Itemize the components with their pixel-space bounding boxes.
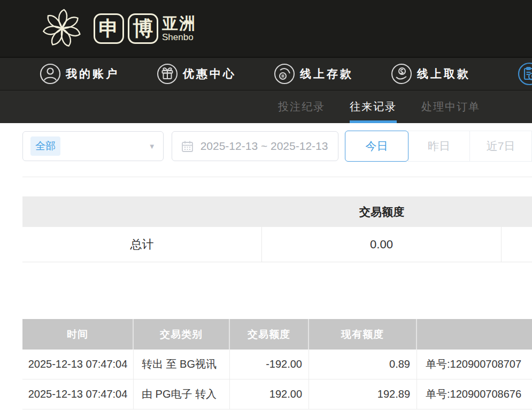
summary-header-amount: 交易额度 [262, 204, 502, 219]
summary-header-row: 交易额度 [22, 196, 532, 227]
cell-time: 2025-12-13 07:47:04 [22, 350, 134, 379]
cell-time: 2025-12-13 07:47:04 [22, 379, 134, 409]
brand-suffix-cn: 亚洲 [162, 16, 196, 32]
tab-label: 投注纪录 [278, 100, 325, 114]
cell-amount: -192.00 [230, 350, 309, 379]
summary-total-label: 总计 [22, 227, 262, 262]
table-row: 2025-12-13 07:47:04 转出 至 BG视讯 -192.00 0.… [22, 350, 532, 379]
transactions-table: 时间 交易类别 交易额度 现有额度 2025-12-13 07:47:04 转出… [22, 319, 532, 409]
brand-char-box-1: 申 [94, 13, 124, 44]
date-range-picker[interactable]: 2025-12-13 ~ 2025-12-13 [172, 131, 338, 161]
today-button[interactable]: 今日 [345, 131, 408, 162]
main-nav: 我的账户 优惠中心 线上存款 线上取款 [0, 57, 532, 90]
nav-label: 线上取款 [417, 66, 471, 81]
summary-total-row: 总计 0.00 [22, 227, 532, 262]
deposit-icon [274, 63, 295, 85]
tab-label: 往来记录 [350, 100, 397, 114]
chevron-down-icon: ▼ [149, 142, 156, 150]
cell-order-no: 单号:120900708676 [417, 379, 532, 409]
nav-item-deposit[interactable]: 线上存款 [274, 63, 353, 85]
transaction-records-icon [518, 62, 532, 86]
col-header-remark [417, 319, 532, 350]
col-header-time: 时间 [22, 319, 134, 350]
quick-range-buttons: 今日 昨日 近7日 [345, 131, 532, 162]
nav-item-transaction-records[interactable] [518, 62, 532, 86]
brand-char-box-2: 博 [128, 13, 158, 44]
gift-icon [157, 63, 178, 85]
flower-logo-icon [34, 4, 90, 53]
cell-type: 转出 至 BG视讯 [134, 350, 230, 379]
col-header-amount: 交易额度 [230, 319, 309, 350]
brand-char-1: 申 [99, 15, 119, 42]
summary-table: 交易额度 总计 0.00 [22, 196, 532, 262]
transactions-header-row: 时间 交易类别 交易额度 现有额度 [22, 319, 532, 350]
filter-row: 全部 ▼ 2025-12-13 ~ 2025-12-13 今日 昨日 近7日 [22, 131, 532, 162]
cell-balance: 192.89 [309, 379, 417, 409]
record-tabs: 投注纪录 往来记录 处理中订单 [0, 90, 532, 123]
nav-item-withdraw[interactable]: 线上取款 [391, 63, 471, 85]
type-chip[interactable]: 全部 [30, 136, 60, 156]
tab-transaction-records[interactable]: 往来记录 [350, 90, 397, 123]
tab-betting-records[interactable]: 投注纪录 [278, 90, 325, 123]
brand-header: 申 博 亚洲 Shenbo [0, 0, 532, 57]
brand-char-2: 博 [133, 15, 153, 42]
brand-suffix: 亚洲 Shenbo [162, 16, 196, 42]
yesterday-button[interactable]: 昨日 [408, 131, 470, 162]
brand-suffix-en: Shenbo [162, 33, 196, 42]
col-header-balance: 现有额度 [309, 319, 417, 350]
tab-label: 处理中订单 [421, 100, 480, 114]
table-row: 2025-12-13 07:47:04 由 PG电子 转入 192.00 192… [22, 379, 532, 409]
nav-item-my-account[interactable]: 我的账户 [40, 63, 119, 85]
nav-label: 我的账户 [66, 66, 119, 81]
user-icon [40, 63, 61, 85]
summary-total-value: 0.00 [262, 227, 502, 262]
calendar-icon [181, 140, 194, 153]
type-select[interactable]: 全部 ▼ [22, 131, 164, 161]
nav-label: 线上存款 [300, 66, 353, 81]
cell-amount: 192.00 [230, 379, 309, 409]
date-range-value: 2025-12-13 ~ 2025-12-13 [201, 140, 328, 153]
tab-processing-orders[interactable]: 处理中订单 [421, 90, 480, 123]
cell-type: 由 PG电子 转入 [134, 379, 230, 409]
cell-order-no: 单号:120900708707 [417, 350, 532, 379]
nav-item-promotions[interactable]: 优惠中心 [157, 63, 236, 85]
last-7-days-button[interactable]: 近7日 [469, 131, 532, 162]
section-divider [22, 177, 532, 177]
nav-label: 优惠中心 [183, 66, 236, 81]
col-header-type: 交易类别 [134, 319, 230, 350]
summary-empty-cell [502, 227, 532, 262]
withdraw-icon [391, 63, 412, 85]
cell-balance: 0.89 [309, 350, 417, 379]
